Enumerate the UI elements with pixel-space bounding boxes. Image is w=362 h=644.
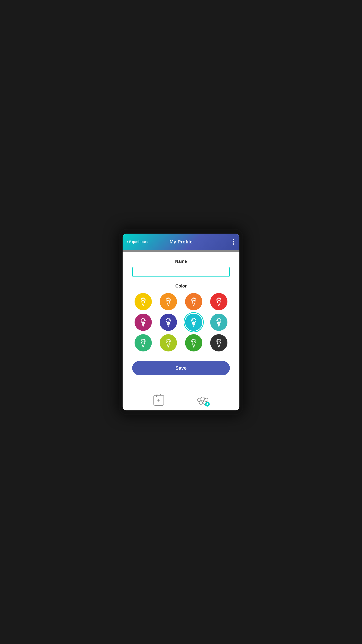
- ice-cream-svg: [163, 338, 174, 348]
- svg-point-31: [192, 319, 195, 321]
- svg-point-11: [192, 298, 195, 301]
- group-badge: 4: [205, 402, 210, 406]
- bottom-nav: + 4: [123, 391, 239, 410]
- color-option-magenta[interactable]: [135, 314, 152, 331]
- color-option-light-orange[interactable]: [160, 293, 177, 310]
- more-dot-1: [233, 239, 234, 240]
- more-dot-2: [233, 241, 234, 242]
- device-screen: ‹ Experiences My Profile Name Color: [123, 234, 239, 410]
- back-chevron-icon: ‹: [127, 240, 128, 244]
- ice-cream-svg: [214, 338, 224, 348]
- more-menu-button[interactable]: [232, 238, 235, 246]
- more-dot-3: [233, 244, 234, 244]
- color-option-black[interactable]: [210, 334, 227, 352]
- svg-point-46: [167, 340, 170, 342]
- svg-point-51: [192, 340, 195, 342]
- color-option-red[interactable]: [210, 293, 227, 310]
- plus-icon: +: [157, 398, 160, 403]
- name-input[interactable]: [132, 267, 230, 277]
- add-experience-icon: +: [153, 395, 164, 406]
- ice-cream-svg: [214, 317, 224, 328]
- color-option-indigo[interactable]: [160, 314, 177, 331]
- color-option-teal[interactable]: [210, 314, 227, 331]
- svg-point-6: [167, 298, 170, 301]
- color-option-lime[interactable]: [160, 334, 177, 352]
- svg-point-63: [199, 401, 203, 404]
- back-label: Experiences: [129, 240, 147, 244]
- page-title: My Profile: [169, 239, 192, 244]
- add-experience-nav-item[interactable]: +: [153, 395, 164, 406]
- main-content: Name Color: [123, 252, 239, 391]
- svg-point-36: [217, 319, 221, 321]
- sub-header-bar: [123, 250, 239, 252]
- ice-cream-svg: [214, 296, 224, 307]
- svg-point-56: [217, 340, 221, 342]
- name-label: Name: [132, 259, 230, 264]
- ice-cream-svg: [188, 338, 199, 348]
- save-button[interactable]: Save: [132, 361, 230, 375]
- device-frame: ‹ Experiences My Profile Name Color: [119, 229, 243, 415]
- ice-cream-svg: [138, 317, 148, 328]
- color-option-yellow[interactable]: [135, 293, 152, 310]
- ice-cream-svg: [188, 317, 199, 328]
- svg-point-1: [141, 298, 145, 301]
- group-icon: 4: [197, 395, 209, 406]
- color-grid: [132, 293, 230, 352]
- ice-cream-svg: [163, 296, 174, 307]
- app-header: ‹ Experiences My Profile: [123, 234, 239, 250]
- color-option-mint[interactable]: [135, 334, 152, 352]
- color-label: Color: [132, 284, 230, 289]
- svg-point-16: [217, 298, 221, 301]
- color-option-cyan[interactable]: [185, 314, 202, 331]
- color-option-green[interactable]: [185, 334, 202, 352]
- svg-point-61: [201, 397, 205, 401]
- back-button[interactable]: ‹ Experiences: [127, 240, 147, 244]
- ice-cream-svg: [188, 296, 199, 307]
- ice-cream-svg: [138, 338, 148, 348]
- group-nav-item[interactable]: 4: [197, 395, 209, 406]
- svg-point-26: [167, 319, 170, 321]
- ice-cream-svg: [163, 317, 174, 328]
- ice-cream-svg: [138, 296, 148, 307]
- color-option-orange[interactable]: [185, 293, 202, 310]
- svg-point-41: [141, 340, 145, 342]
- svg-point-21: [141, 319, 145, 321]
